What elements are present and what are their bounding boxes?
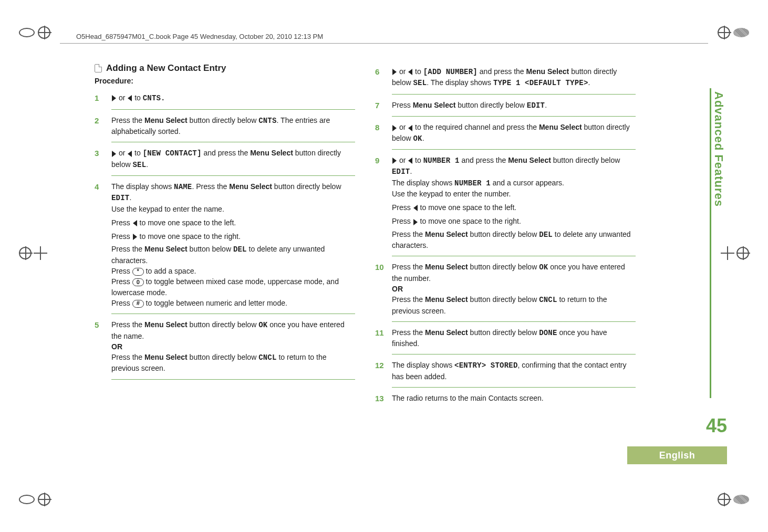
text: . (422, 134, 424, 142)
text: to (413, 156, 423, 164)
step-body: or to [ADD NUMBER] and press the Menu Se… (392, 66, 636, 89)
crop-mark-top-left (19, 26, 50, 39)
step-rule (392, 94, 636, 95)
arrow-right-icon (133, 234, 137, 240)
step-body: Press the Menu Select button directly be… (111, 115, 355, 137)
key-hash-icon: # (132, 300, 144, 308)
text: and press the (478, 67, 526, 76)
target-mark-icon (718, 26, 730, 39)
step-body: Press the Menu Select button directly be… (111, 319, 355, 373)
step-rule (111, 175, 355, 176)
bold-text: Menu Select (539, 123, 582, 131)
ui-token: [NEW CONTACT] (143, 149, 202, 158)
text: button below (188, 245, 233, 253)
ui-token: EDIT (111, 194, 129, 202)
step-9: 9 or to NUMBER 1 and press the Menu Sele… (375, 152, 636, 254)
ui-token: TYPE 1 <DEFAULT TYPE> (493, 79, 588, 87)
text: Press (111, 232, 132, 241)
ui-token: CNTS (258, 117, 276, 125)
step-body: or to [NEW CONTACT] and press the Menu S… (111, 148, 355, 170)
step-body: Press the Menu Select button directly be… (392, 262, 636, 316)
text: to move one space to the left. (418, 203, 517, 212)
ui-token: NAME (174, 183, 192, 191)
ui-token: OK (539, 263, 548, 272)
arrow-left-icon (128, 151, 132, 157)
procedure-label: Procedure: (95, 77, 355, 85)
step-8: 8 or to the required channel and press t… (375, 119, 636, 147)
step-rule (392, 116, 636, 117)
content-area: Adding a New Contact Entry Procedure: 1 … (95, 63, 636, 408)
step-2: 2 Press the Menu Select button directly … (95, 112, 355, 140)
text: or (119, 93, 127, 102)
text: to (134, 93, 143, 102)
step-body: The display shows NAME. Press the Menu S… (111, 181, 355, 308)
bold-text: Menu Select (425, 295, 468, 304)
crop-mark-mid-left (19, 247, 46, 259)
ui-token: OK (258, 321, 267, 329)
target-mark-icon (736, 247, 749, 259)
step-rule (111, 109, 355, 110)
ui-token: SEL (132, 161, 146, 169)
bold-text: Menu Select (508, 156, 551, 164)
bold-text: Menu Select (229, 182, 272, 191)
step-11: 11 Press the Menu Select button directly… (375, 324, 636, 352)
crop-mark-bottom-left (19, 493, 50, 506)
step-13: 13 The radio returns to the main Contact… (375, 390, 636, 408)
text: Press the (111, 320, 144, 329)
side-tab: Advanced Features (710, 88, 727, 212)
text: button directly below (468, 230, 539, 238)
text: button directly below (188, 320, 258, 329)
step-rule (392, 387, 636, 388)
step-rule (392, 256, 636, 256)
text: Press (392, 217, 413, 225)
arrow-left-icon (128, 95, 132, 101)
text: button directly below (188, 353, 258, 361)
text: to (413, 67, 423, 76)
step-1: 1 or to CNTS. (95, 89, 355, 107)
ui-token: <ENTRY> STORED (454, 361, 517, 370)
text: Press the (392, 230, 425, 238)
crop-mark-bottom-right (718, 493, 749, 506)
key-zero-icon: 0 (132, 278, 144, 286)
text: Press the (111, 353, 144, 361)
ui-token: DEL (233, 245, 247, 254)
step-number: 4 (95, 181, 106, 308)
text: to toggle between numeric and letter mod… (144, 299, 287, 307)
left-column: Adding a New Contact Entry Procedure: 1 … (95, 63, 355, 408)
text: button directly below (468, 328, 539, 337)
ui-token: EDIT (527, 101, 545, 110)
ui-token: SEL (413, 79, 427, 87)
text: to move one space to the right. (138, 232, 241, 241)
arrow-right-icon (112, 151, 116, 157)
bold-text: Menu Select (413, 101, 456, 109)
oval-mark-icon (733, 28, 749, 37)
text: Press the (111, 245, 144, 253)
section-heading: Adding a New Contact Entry (95, 63, 355, 74)
step-body: or to NUMBER 1 and press the Menu Select… (392, 155, 636, 251)
heading-text: Adding a New Contact Entry (106, 63, 226, 74)
ui-token: EDIT (392, 168, 410, 176)
text: . (129, 193, 131, 202)
cross-mark-icon (35, 247, 46, 259)
step-body: The display shows <ENTRY> STORED, confir… (392, 360, 636, 382)
text: The radio returns to the main Contacts s… (392, 394, 544, 402)
text: button directly below (551, 156, 620, 164)
bold-text: Menu Select (144, 245, 188, 253)
arrow-right-icon (112, 95, 116, 101)
step-5: 5 Press the Menu Select button directly … (95, 316, 355, 377)
ui-token: DEL (539, 231, 553, 239)
arrow-right-icon (413, 219, 418, 225)
step-4: 4 The display shows NAME. Press the Menu… (95, 178, 355, 311)
step-number: 7 (375, 100, 387, 111)
key-star-icon: * (132, 268, 144, 276)
arrow-right-icon (392, 69, 397, 75)
step-number: 1 (95, 92, 106, 104)
bold-text: Menu Select (250, 149, 293, 157)
text: The display shows (392, 179, 454, 187)
arrow-left-icon (413, 205, 418, 211)
arrow-left-icon (408, 69, 412, 75)
bold-text: Menu Select (425, 328, 468, 337)
step-number: 8 (375, 122, 387, 144)
text: to move one space to the right. (418, 217, 521, 225)
step-body: Press the Menu Select button directly be… (392, 327, 636, 349)
